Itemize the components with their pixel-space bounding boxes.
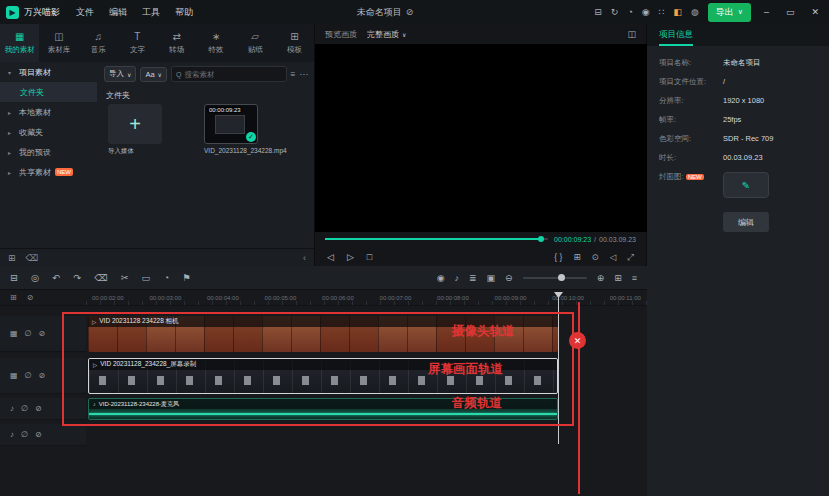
new-folder-icon[interactable]: ⊞ (8, 253, 16, 263)
user-avatar-icon[interactable]: ◍ (691, 7, 699, 17)
zoom-in-icon[interactable]: ⊕ (597, 273, 605, 283)
mute-track-icon[interactable]: ∅ (21, 430, 28, 439)
menu-edit[interactable]: 编辑 (109, 6, 127, 19)
sort-button[interactable]: Aa ∨ (140, 67, 167, 82)
search-icon: Q (176, 71, 181, 78)
edit-project-button[interactable]: 编辑 (723, 212, 769, 232)
sidebar-item-shared-media[interactable]: ▸ 共享素材 NEW (0, 162, 97, 182)
export-button[interactable]: 导出 ∨ (708, 3, 751, 22)
sidebar-item-favorites[interactable]: ▸ 收藏夹 (0, 122, 97, 142)
speaker-icon[interactable]: ◁ (610, 252, 617, 263)
lock-all-icon[interactable]: ⊘ (27, 293, 34, 302)
seek-handle[interactable] (538, 236, 544, 242)
sidebar-item-presets[interactable]: ▸ 我的预设 (0, 142, 97, 162)
zoom-out-icon[interactable]: ⊖ (505, 273, 513, 283)
sidebar-item-project-media[interactable]: ▾ 项目素材 (0, 62, 97, 82)
add-track-icon[interactable]: ⊞ (10, 293, 17, 302)
zoom-slider[interactable] (523, 277, 587, 279)
maximize-button[interactable]: ▭ (782, 7, 799, 17)
lock-track-icon[interactable]: ⊘ (39, 329, 46, 338)
video-viewport[interactable] (315, 44, 647, 232)
speed-icon[interactable]: ◔ (164, 272, 170, 283)
close-button[interactable]: ✕ (807, 7, 823, 17)
row-label: 分辨率: (659, 96, 723, 106)
menu-bar: 文件 编辑 工具 帮助 (76, 6, 193, 19)
tab-my-media[interactable]: ▦ 我的素材 (0, 24, 39, 62)
record-icon[interactable]: ◉ (437, 273, 445, 283)
zoom-fit-icon[interactable]: ⊞ (614, 273, 622, 283)
mute-track-icon[interactable]: ∅ (21, 404, 28, 413)
split-icon[interactable]: ✂ (121, 272, 129, 283)
fullscreen-icon[interactable]: ⤢ (627, 252, 634, 263)
tab-templates[interactable]: ⊞ 模板 (275, 24, 314, 62)
tab-effects[interactable]: ∗ 特效 (196, 24, 235, 62)
snap-icon[interactable]: ◎ (31, 272, 39, 283)
tab-label: 音乐 (91, 45, 106, 55)
previous-frame-icon[interactable]: ◁ (327, 252, 334, 262)
marker-icon[interactable]: ⚑ (182, 272, 191, 283)
mute-track-icon[interactable]: ∅ (25, 329, 32, 338)
lock-track-icon[interactable]: ⊘ (35, 404, 42, 413)
tab-stickers[interactable]: ▱ 贴纸 (236, 24, 275, 62)
track-height-icon[interactable]: ≡ (632, 273, 637, 283)
collapse-panel-icon[interactable]: ‹ (303, 253, 306, 263)
tab-project-info[interactable]: 项目信息 (659, 29, 693, 46)
snapshot-icon[interactable]: ⊙ (592, 252, 599, 263)
import-button[interactable]: 导入 ∨ (104, 66, 136, 82)
menu-tools[interactable]: 工具 (142, 6, 160, 19)
rotate-icon[interactable]: ↻ (611, 7, 619, 17)
clip-name: VID 20231128_234228_屏幕录制 (100, 360, 196, 369)
render-preview-icon[interactable]: ▣ (487, 273, 496, 283)
grid-overlay-icon[interactable]: ⊞ (573, 252, 580, 263)
tab-text[interactable]: T 文字 (118, 24, 157, 62)
microphone-audio-clip[interactable]: ♪ VID-20231128-234228-麦克风 (88, 398, 558, 420)
minimize-button[interactable]: – (760, 7, 773, 17)
tab-transitions[interactable]: ⇄ 转场 (157, 24, 196, 62)
search-input[interactable] (184, 70, 281, 79)
screen-video-clip[interactable]: ▷ VID 20231128_234228_屏幕录制 (88, 358, 558, 394)
more-options-icon[interactable]: ⋯ (300, 69, 309, 79)
new-badge: NEW (686, 174, 704, 180)
tab-stock-media[interactable]: ◫ 素材库 (39, 24, 78, 62)
layout-icon[interactable]: ⊟ (594, 7, 602, 17)
quality-dropdown[interactable]: 完整画质 ∨ (367, 29, 406, 40)
undo-icon[interactable]: ↶ (52, 272, 60, 283)
voiceover-icon[interactable]: ♪ (455, 273, 460, 283)
caret-down-icon: ▾ (8, 69, 15, 76)
sync-icon[interactable]: ⊘ (406, 7, 414, 17)
project-title-text: 未命名项目 (357, 6, 402, 19)
menu-file[interactable]: 文件 (76, 6, 94, 19)
seek-bar[interactable] (325, 238, 548, 240)
edit-cover-button[interactable]: ✎ (723, 172, 769, 198)
crop-icon[interactable]: ▭ (142, 272, 151, 283)
clip-thumbnail[interactable]: 00:00:09:23 ✓ (204, 104, 258, 144)
track-manage-icon[interactable]: ⊟ (10, 272, 18, 283)
lock-track-icon[interactable]: ⊘ (39, 371, 46, 380)
delete-icon[interactable]: ⌫ (26, 253, 39, 263)
stop-icon[interactable]: □ (367, 252, 372, 262)
timeline-ruler[interactable]: 00:00:02:00 00:00:03:00 00:00:04:00 00:0… (86, 290, 647, 306)
menu-help[interactable]: 帮助 (175, 6, 193, 19)
notification-icon[interactable]: ◔ (627, 7, 632, 17)
store-cart-icon[interactable]: ◧ (673, 7, 682, 17)
import-media-button[interactable]: + (108, 104, 162, 144)
headset-icon[interactable]: ◉ (642, 7, 650, 17)
mixer-icon[interactable]: ≣ (469, 273, 477, 283)
pip-view-icon[interactable]: ◫ (627, 29, 636, 39)
camera-video-clip[interactable]: ▷ VID 20231128 234228 相机 (88, 316, 558, 352)
redo-icon[interactable]: ↷ (73, 272, 81, 283)
app-logo: ▶ 万兴喵影 (6, 6, 60, 19)
sidebar-item-local-media[interactable]: ▸ 本地素材 (0, 102, 97, 122)
zoom-slider-handle[interactable] (558, 274, 565, 281)
mute-track-icon[interactable]: ∅ (25, 371, 32, 380)
playhead-line[interactable] (558, 292, 559, 444)
tab-audio[interactable]: ♫ 音乐 (79, 24, 118, 62)
grid-icon[interactable]: ∷ (659, 7, 665, 17)
delete-icon[interactable]: ⌫ (94, 272, 107, 283)
sidebar-item-folders[interactable]: 文件夹 (0, 82, 97, 102)
mark-in-out-icon[interactable]: { } (554, 252, 562, 263)
effects-icon: ∗ (212, 31, 220, 42)
play-icon[interactable]: ▷ (347, 252, 354, 262)
filter-icon[interactable]: ≡ (291, 69, 296, 79)
lock-track-icon[interactable]: ⊘ (35, 430, 42, 439)
